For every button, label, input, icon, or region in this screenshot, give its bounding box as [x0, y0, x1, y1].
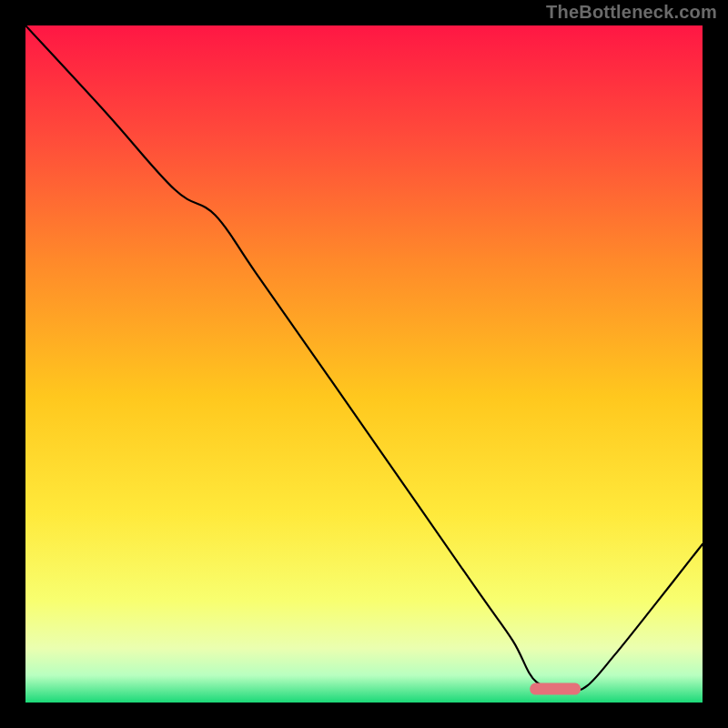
plot-area [25, 25, 703, 703]
chart-frame: TheBottleneck.com [0, 0, 728, 728]
gradient-background [25, 25, 703, 703]
watermark-label: TheBottleneck.com [546, 2, 717, 23]
chart-svg [25, 25, 703, 703]
pink-marker [530, 683, 581, 695]
